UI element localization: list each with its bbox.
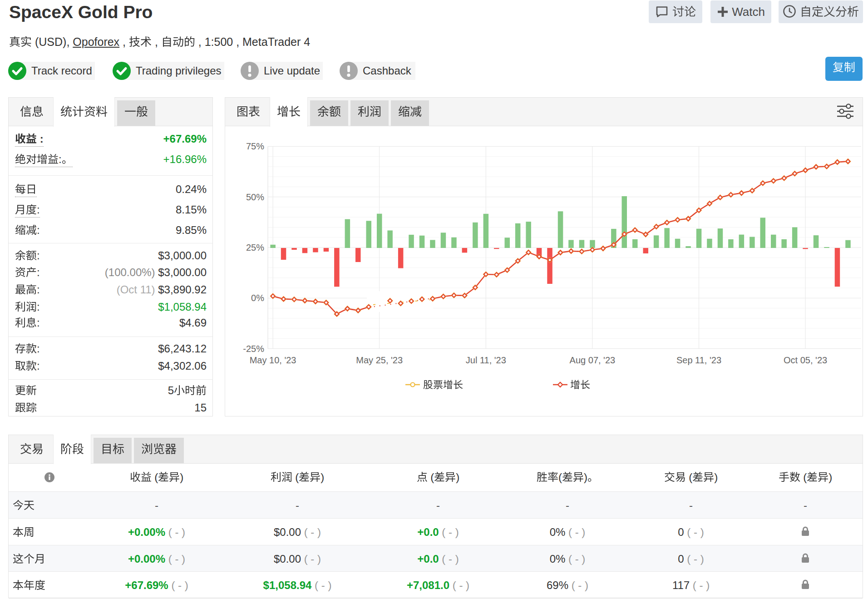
svg-text:-25%: -25% [243, 344, 264, 354]
svg-text:May 25, '23: May 25, '23 [356, 355, 403, 365]
svg-text:25%: 25% [246, 243, 264, 252]
svg-text:Aug 07, '23: Aug 07, '23 [570, 355, 616, 365]
svg-text:May 10, '23: May 10, '23 [250, 355, 296, 365]
svg-text:50%: 50% [246, 192, 264, 202]
svg-text:75%: 75% [246, 141, 264, 151]
svg-text:Jul 11, '23: Jul 11, '23 [466, 355, 506, 365]
svg-text:Oct 05, '23: Oct 05, '23 [784, 355, 827, 365]
svg-text:0%: 0% [251, 293, 264, 303]
svg-text:Sep 11, '23: Sep 11, '23 [676, 355, 721, 365]
